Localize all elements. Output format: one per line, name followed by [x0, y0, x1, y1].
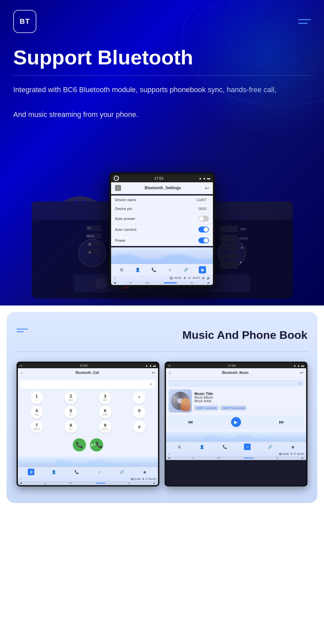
- status-icons: ⏻DUAL❄↺AUTO⇄🔊: [170, 276, 210, 280]
- music-note-button[interactable]: ♫: [169, 380, 304, 387]
- album-art: [169, 389, 192, 412]
- screen-title: Bluetooth_Settings: [145, 186, 181, 190]
- dial-key-1[interactable]: 1—: [30, 391, 43, 404]
- svg-text:❄: ❄: [88, 251, 91, 254]
- music-container: ♫ Music Title Music Album Music Artist: [166, 377, 306, 432]
- call-nav-home: ⌂: [20, 478, 21, 481]
- svg-point-0: [182, 0, 324, 106]
- auto-connect-toggle[interactable]: [198, 227, 209, 233]
- music-phone-icon[interactable]: 📞: [222, 444, 228, 450]
- svg-rect-15: [220, 244, 238, 251]
- screen-status-icons: ▲ ▲ ▬: [199, 176, 210, 180]
- music-back-button[interactable]: ↩: [300, 370, 304, 375]
- dialpad-grid: 1— 2ABC 3DEF * 4GHI 5JKL 6MNO 0+ 7PQRS 8…: [20, 391, 155, 433]
- redial-button[interactable]: ↩📞: [90, 438, 103, 451]
- music-icon[interactable]: ♫: [166, 266, 174, 273]
- screen-bottom-bar: ⊞ 👤 📞 ♫ 🔗 ◉: [111, 264, 213, 275]
- prev-button[interactable]: ⏮: [188, 419, 193, 425]
- music-time: 17:53: [228, 364, 236, 367]
- a2dp-badge: A2DP connected: [194, 406, 218, 410]
- dialpad-clear-button[interactable]: ✕: [149, 382, 153, 387]
- music-bt-icon[interactable]: ◉: [290, 444, 296, 450]
- dial-key-3[interactable]: 3DEF: [99, 391, 111, 404]
- music-person-icon[interactable]: 👤: [199, 444, 205, 450]
- music-info-row: Music Title Music Album Music Artist A2D…: [169, 389, 304, 412]
- music-nav-icons: ⏻DUAL❄↺AUTO: [279, 452, 304, 455]
- grid-icon[interactable]: ⊞: [118, 266, 125, 273]
- music-grid-icon[interactable]: ⊞: [176, 444, 182, 450]
- call-link-icon[interactable]: 🔗: [119, 469, 125, 475]
- call-screen-bottom-bar: ⊞ 👤 📞 ♫ 🔗 ◉: [18, 467, 158, 477]
- artist-silhouette: [181, 398, 190, 411]
- avrcp-badge: AVRCP connected: [221, 406, 246, 410]
- call-music-icon[interactable]: ♫: [96, 469, 102, 475]
- play-button[interactable]: ▶: [231, 417, 241, 427]
- device-name-value: CarBT ›: [196, 198, 209, 202]
- screen-nav-bar: ◀ 0 ⟵ 0 🔉: [111, 281, 213, 285]
- dial-key-9[interactable]: 9WXYZ: [99, 420, 111, 433]
- hamburger-line-1: [298, 19, 311, 20]
- dial-key-4[interactable]: 4GHI: [30, 406, 43, 418]
- nav-dash: ⟵: [146, 281, 149, 284]
- screen-time: 17:53: [154, 176, 164, 180]
- section-menu-icon[interactable]: [17, 329, 28, 332]
- music-title: Music Title: [194, 392, 304, 396]
- home-icon: ⌂: [115, 185, 121, 191]
- music-status-bar: ⌂ ⏻DUAL❄↺AUTO: [166, 452, 306, 456]
- dialpad-container: ✕ 1— 2ABC 3DEF * 4GHI 5JKL 6MNO 0+ 7PQRS…: [18, 377, 158, 457]
- music-artist: Music Artist: [194, 399, 304, 403]
- device-name-label: Device name: [115, 198, 136, 202]
- call-person-icon[interactable]: 👤: [51, 469, 57, 475]
- phone-icon[interactable]: 📞: [150, 266, 158, 273]
- dial-key-7[interactable]: 7PQRS: [30, 420, 43, 433]
- link-icon[interactable]: 🔗: [182, 266, 190, 273]
- call-status-bar: ⌂ ⏻DUAL❄↺AUTO: [18, 477, 158, 481]
- music-note-icon[interactable]: ♫: [244, 444, 251, 450]
- dial-key-5[interactable]: 5JKL: [64, 406, 77, 418]
- dial-key-star[interactable]: *: [133, 391, 145, 404]
- dial-key-2[interactable]: 2ABC: [64, 391, 77, 404]
- mini-hamburger-line-1: [17, 329, 28, 330]
- dial-key-0[interactable]: 0+: [133, 406, 145, 418]
- call-time: 17:53: [80, 364, 88, 367]
- nav-zero-left: 0: [130, 281, 131, 284]
- screen-back-button[interactable]: ↩: [205, 185, 209, 191]
- menu-button[interactable]: [298, 19, 311, 24]
- music-link-icon[interactable]: 🔗: [267, 444, 273, 450]
- section-title: Music And Phone Book: [182, 329, 307, 341]
- svg-text:MENU: MENU: [86, 235, 94, 238]
- page-title: Support Bluetooth: [13, 46, 311, 69]
- bluetooth-music-screen: ◁ 17:53 ▲▲▬ ⌂ Bluetooth_Music ↩ ♫: [165, 362, 307, 486]
- dial-key-hash[interactable]: #: [133, 420, 145, 433]
- call-nav-bar: ◀0⟵ 0🔉: [18, 481, 158, 485]
- call-back-button[interactable]: ↩: [152, 370, 155, 375]
- music-album: Music Album: [194, 396, 304, 399]
- hero-header: BT: [13, 10, 311, 33]
- call-grid-icon[interactable]: ⊞: [28, 469, 34, 475]
- hero-description: Integrated with BC6 Bluetooth module, su…: [13, 84, 311, 121]
- music-screen-title: Bluetooth_Music: [222, 371, 249, 375]
- status-home-icon: ⌂: [114, 276, 115, 280]
- car-image-area: OFF AUTO ▲ ▼ A/C MENU ✿ ❄ ◁ 17:53 ▲ ▲ ▬ …: [13, 134, 311, 305]
- dial-key-8[interactable]: 8TUV: [64, 420, 77, 433]
- svg-point-23: [95, 277, 107, 290]
- music-back-arrow: ◁: [168, 364, 170, 367]
- call-button[interactable]: 📞: [73, 438, 86, 451]
- call-back-arrow: ◁: [20, 364, 22, 367]
- bluetooth-icon[interactable]: ◉: [199, 266, 206, 273]
- screen-back-arrow: ◁: [114, 176, 119, 181]
- auto-answer-toggle[interactable]: [198, 216, 209, 222]
- music-nav-home: ⌂: [168, 452, 170, 455]
- nav-zero-right: 0: [191, 281, 192, 284]
- next-button[interactable]: ⏭: [279, 419, 284, 425]
- call-bt-icon[interactable]: ◉: [142, 469, 148, 475]
- call-phone-icon[interactable]: 📞: [73, 469, 80, 475]
- nav-back: ◀: [114, 281, 116, 284]
- power-toggle[interactable]: [198, 237, 209, 243]
- dial-key-6[interactable]: 6MNO: [99, 406, 111, 418]
- music-nav-bar: ◀0⟵ 0🔉: [166, 456, 306, 460]
- dialpad-input: ✕: [20, 380, 155, 389]
- bt-logo: BT: [13, 10, 36, 33]
- music-screen-topbar: ◁ 17:53 ▲▲▬: [166, 363, 306, 368]
- person-icon[interactable]: 👤: [134, 266, 142, 273]
